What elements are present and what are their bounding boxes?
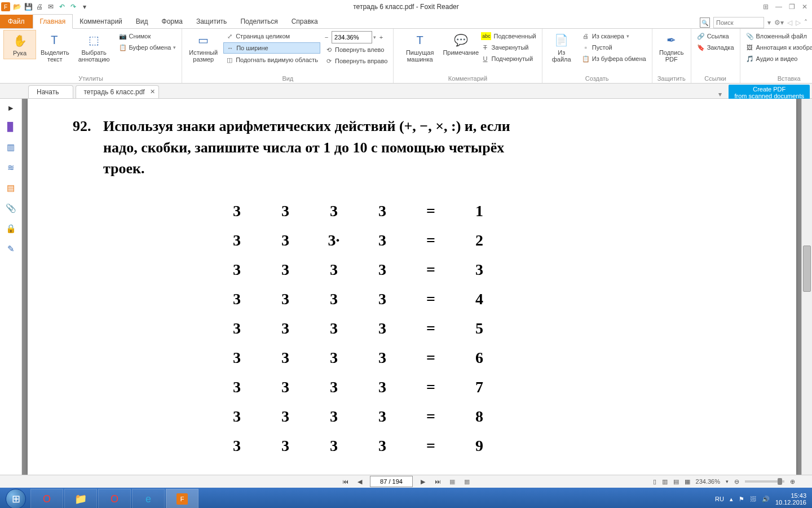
zoom-slider-thumb[interactable] xyxy=(778,478,782,485)
tab-share[interactable]: Поделиться xyxy=(233,15,284,28)
nav-fwd-icon[interactable]: ▷ xyxy=(796,19,801,27)
undo-icon[interactable]: ↶ xyxy=(58,2,67,11)
qat-dropdown-icon[interactable]: ▾ xyxy=(80,2,89,11)
scrollbar-thumb[interactable] xyxy=(803,246,811,292)
nav-back-icon[interactable]: ◁ xyxy=(787,19,792,27)
tray-clock[interactable]: 15:43 10.12.2016 xyxy=(775,492,806,506)
taskbar-explorer-button[interactable]: 📁 xyxy=(64,489,97,508)
hand-tool-button[interactable]: ✋ Рука xyxy=(3,30,36,59)
page-number-input[interactable] xyxy=(370,476,413,487)
clipboard-button[interactable]: 📋Буфер обмена▾ xyxy=(117,42,179,52)
tab-overflow-icon[interactable]: ▾ xyxy=(718,90,722,98)
view-mode3-icon[interactable]: ▤ xyxy=(673,478,679,485)
snapshot-button[interactable]: 📷Снимок xyxy=(117,31,179,41)
rotate-right-button[interactable]: ⟳Повернуть вправо xyxy=(323,56,390,66)
minimize-icon[interactable]: — xyxy=(775,3,782,11)
taskbar-opera-button[interactable]: O xyxy=(30,489,63,508)
file-tab[interactable]: Файл xyxy=(0,15,33,28)
note-button[interactable]: 💬 Примечание xyxy=(445,30,476,58)
page-view-icon[interactable]: ▦ xyxy=(448,478,457,485)
from-scanner-button[interactable]: 🖨Из сканера▾ xyxy=(580,31,648,41)
gear-icon[interactable]: ⚙▾ xyxy=(774,19,784,27)
highlight-button[interactable]: abcПодсвеченный xyxy=(479,31,538,41)
select-annotation-button[interactable]: ⬚ Выбрать аннотацию xyxy=(74,30,114,65)
zoom-dropdown-icon[interactable]: ▾ xyxy=(373,34,376,40)
tab-protect[interactable]: Защитить xyxy=(189,15,233,28)
file-attachment-button[interactable]: 📎Вложенный файл xyxy=(744,31,813,41)
tab-comment[interactable]: Комментарий xyxy=(73,15,129,28)
tab-view[interactable]: Вид xyxy=(129,15,155,28)
fit-width-button[interactable]: ↔По ширине xyxy=(223,42,320,54)
taskbar-foxit-button[interactable]: F xyxy=(166,489,198,508)
promo-banner[interactable]: Create PDF from scanned documents xyxy=(729,85,810,100)
from-file-button[interactable]: 📄 Из файла xyxy=(546,30,577,65)
audio-video-button[interactable]: 🎵Аудио и видео xyxy=(744,54,813,64)
close-window-icon[interactable]: ✕ xyxy=(802,3,807,11)
image-annotation-button[interactable]: 🖼Аннотация к изображению xyxy=(744,42,813,52)
taskbar-opera2-button[interactable]: O xyxy=(98,489,131,508)
email-icon[interactable]: ✉ xyxy=(46,2,55,11)
layers-panel-icon[interactable]: ≋ xyxy=(6,163,16,173)
link-button[interactable]: 🔗Ссылка xyxy=(695,31,736,41)
search-input[interactable] xyxy=(713,17,764,28)
tray-network-icon[interactable]: ⛆ xyxy=(750,496,756,502)
ribbon-options-icon[interactable]: ⊞ xyxy=(763,3,769,11)
prev-page-icon[interactable]: ◀ xyxy=(355,478,364,485)
view-mode2-icon[interactable]: ▥ xyxy=(662,478,668,485)
status-zoom-out-icon[interactable]: ⊖ xyxy=(734,478,739,485)
blank-button[interactable]: ▫Пустой xyxy=(580,42,648,52)
page-view2-icon[interactable]: ▩ xyxy=(462,478,471,485)
redo-icon[interactable]: ↷ xyxy=(69,2,78,11)
status-zoom-in-icon[interactable]: ⊕ xyxy=(790,478,795,485)
fit-visible-button[interactable]: ◫Подогнать видимую область xyxy=(223,55,320,65)
taskbar-ie-button[interactable]: e xyxy=(132,489,165,508)
security-panel-icon[interactable]: 🔒 xyxy=(6,224,16,234)
tab-form[interactable]: Форма xyxy=(155,15,189,28)
next-page-icon[interactable]: ▶ xyxy=(418,478,427,485)
view-mode4-icon[interactable]: ▦ xyxy=(685,478,690,485)
last-page-icon[interactable]: ⏭ xyxy=(433,478,442,485)
vertical-scrollbar[interactable] xyxy=(801,99,812,475)
sign-pdf-button[interactable]: ✒ Подпись PDF xyxy=(656,30,687,65)
underline-button[interactable]: UПодчеркнутый xyxy=(479,54,538,64)
view-mode1-icon[interactable]: ▯ xyxy=(653,478,656,485)
search-dropdown-icon[interactable]: ▾ xyxy=(767,19,771,27)
zoom-out-icon[interactable]: − xyxy=(323,33,330,41)
maximize-icon[interactable]: ❐ xyxy=(789,3,795,11)
tab-start-page[interactable]: Начать xyxy=(28,85,73,98)
open-icon[interactable]: 📂 xyxy=(12,2,21,11)
tray-chevron-icon[interactable]: ▴ xyxy=(730,496,733,503)
zoom-slider[interactable] xyxy=(745,480,784,483)
bookmarks-panel-icon[interactable]: ▉ xyxy=(6,122,16,132)
select-text-button[interactable]: Ꭲ Выделить текст xyxy=(38,30,72,65)
bookmark-button[interactable]: 🔖Закладка xyxy=(695,42,736,52)
save-icon[interactable]: 💾 xyxy=(24,2,33,11)
fit-page-button[interactable]: ⤢Страница целиком xyxy=(223,31,320,41)
typewriter-button[interactable]: T Пишущая машинка xyxy=(397,30,443,65)
rail-expand-icon[interactable]: ▶ xyxy=(8,104,13,112)
attachments-panel-icon[interactable]: 📎 xyxy=(6,203,16,213)
zoom-in-icon[interactable]: + xyxy=(377,33,385,41)
start-button[interactable] xyxy=(2,489,29,508)
tray-security-icon[interactable]: ⚑ xyxy=(739,496,744,503)
zoom-input[interactable] xyxy=(332,31,372,43)
ribbon-collapse-icon[interactable]: ˄ xyxy=(804,19,807,27)
from-clipboard-button[interactable]: 📋Из буфера обмена xyxy=(580,54,648,64)
document-viewport[interactable]: 92.Используя знаки арифметических действ… xyxy=(22,99,812,475)
tray-lang[interactable]: RU xyxy=(715,496,724,502)
pages-panel-icon[interactable]: ▥ xyxy=(6,142,16,152)
actual-size-button[interactable]: ▭ Истинный размер xyxy=(186,30,221,65)
print-icon[interactable]: 🖨 xyxy=(35,2,44,11)
tab-current-document[interactable]: тетрадь 6 класс.pdf ✕ xyxy=(76,85,159,98)
first-page-icon[interactable]: ⏮ xyxy=(341,478,350,485)
rotate-left-button[interactable]: ⟲Повернуть влево xyxy=(323,45,390,55)
status-zoom-dropdown-icon[interactable]: ▾ xyxy=(726,479,729,484)
tab-help[interactable]: Справка xyxy=(285,15,325,28)
comments-panel-icon[interactable]: ▤ xyxy=(6,183,16,193)
tab-home[interactable]: Главная xyxy=(33,14,73,29)
strikethrough-button[interactable]: TЗачеркнутый xyxy=(479,42,538,52)
search-icon[interactable]: 🔍 xyxy=(700,17,710,28)
close-tab-icon[interactable]: ✕ xyxy=(150,88,155,95)
signatures-panel-icon[interactable]: ✎ xyxy=(6,244,16,254)
tray-volume-icon[interactable]: 🔊 xyxy=(762,496,770,503)
